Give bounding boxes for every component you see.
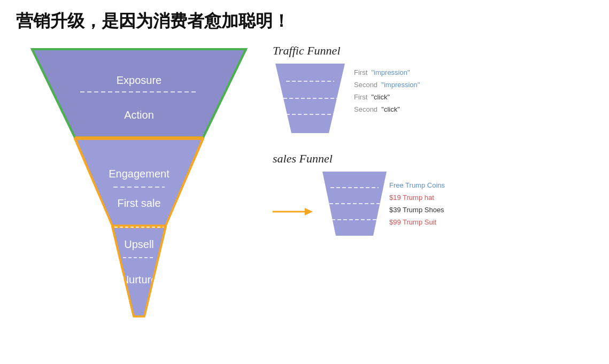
main-funnel: Exposure Action Engagement First sale Up… [16,44,262,322]
main-content: Exposure Action Engagement First sale Up… [0,33,609,322]
sales-label-3: $99 Trump Suit [389,218,445,226]
traffic-funnel-svg [273,61,348,136]
sales-funnel-content: Free Trump Coins $19 Trump hat $39 Trump… [273,169,445,238]
svg-marker-0 [32,49,246,137]
traffic-label-0: First "impression" [354,68,420,76]
svg-text:Upsell: Upsell [124,238,154,250]
traffic-label-3: Second "click" [354,105,420,113]
sales-funnel-svg [320,169,389,238]
page-title: 营销升级，是因为消费者愈加聪明！ [0,0,609,33]
svg-text:First sale: First sale [117,197,160,209]
right-side: Traffic Funnel First "impression" Second… [273,44,445,238]
sales-funnel-section: sales Funnel Free Trump Coins [273,152,445,238]
svg-text:Exposure: Exposure [117,74,162,86]
traffic-funnel-labels: First "impression" Second "impression" F… [354,61,420,121]
sales-label-1: $19 Trump hat [389,193,445,202]
sales-funnel-labels: Free Trump Coins $19 Trump hat $39 Trump… [389,174,445,234]
sales-funnel-label: sales Funnel [273,152,445,166]
traffic-label-2: First "click" [354,93,420,101]
upsell-arrow-svg [273,204,315,220]
traffic-label-1: Second "impression" [354,81,420,89]
traffic-funnel-label: Traffic Funnel [273,44,420,58]
traffic-funnel-content: First "impression" Second "impression" F… [273,61,420,136]
svg-text:Action: Action [124,109,154,121]
svg-marker-28 [305,208,313,215]
traffic-funnel-section: Traffic Funnel First "impression" Second… [273,44,420,136]
sales-label-2: $39 Trump Shoes [389,206,445,214]
svg-text:Engagement: Engagement [109,168,169,180]
sales-label-0: Free Trump Coins [389,181,445,189]
main-funnel-svg: Exposure Action Engagement First sale Up… [16,44,262,322]
